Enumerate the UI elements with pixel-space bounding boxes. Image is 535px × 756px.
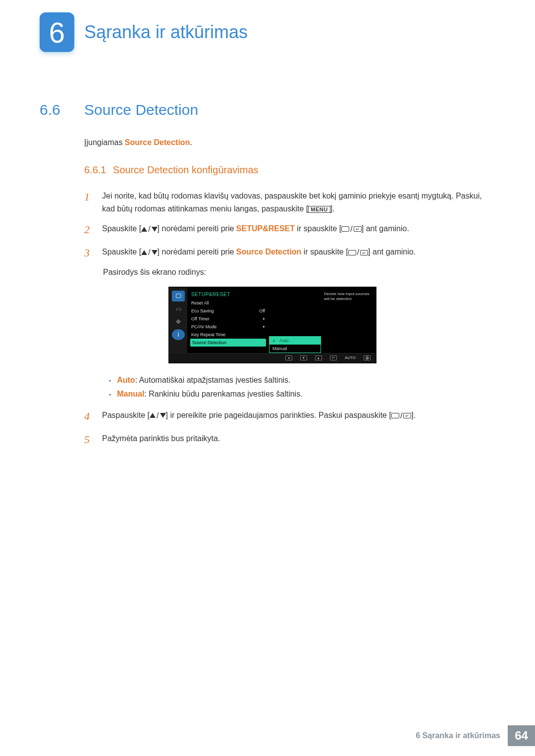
step-3-number: 3 <box>84 244 93 261</box>
up-down-icon: / <box>141 223 157 236</box>
section-title: Source Detection <box>84 101 198 118</box>
step-1-line2b: ]. <box>330 204 335 213</box>
osd-title: SETUP&RESET <box>190 290 266 299</box>
step-4-a: Paspauskite [ <box>102 411 150 419</box>
step-1: 1 Jei norite, kad būtų rodomas klavišų v… <box>84 188 495 215</box>
step-2: 2 Spauskite [/] norėdami pereiti prie SE… <box>84 221 495 238</box>
osd-screenshot: 🖵 ▭ ✥ i SETUP&RESET Reset All Eco Saving… <box>168 287 376 363</box>
intro-bold: Source Detection <box>125 138 190 147</box>
footer-page-number: 64 <box>508 725 535 746</box>
up-down-icon: / <box>150 409 165 422</box>
step-2-d: ] ant gaminio. <box>362 224 409 233</box>
step-3-c: ir spauskite [ <box>301 248 348 256</box>
post-step-3-note: Pasirodys šis ekrano rodinys: <box>103 268 495 277</box>
osd-sidebar: 🖵 ▭ ✥ i <box>169 288 187 353</box>
osd-row-timer: Off Timer▸ <box>190 315 266 323</box>
osd-row-eco: Eco SavingOff <box>190 307 266 315</box>
section-number: 6.6 <box>40 101 69 118</box>
step-2-c: ir spauskite [ <box>295 224 341 233</box>
step-5-text: Pažymėta parinktis bus pritaikyta. <box>102 431 495 448</box>
bullet-manual-label: Manual <box>117 390 144 398</box>
subsection-title: Source Detection konfigūravimas <box>113 164 258 175</box>
bullet-manual-text: : Rankiniu būdu parenkamas įvesties šalt… <box>144 390 302 398</box>
step-2-number: 2 <box>84 221 93 238</box>
osd-option-auto: Auto <box>269 337 321 345</box>
osd-menu: SETUP&RESET Reset All Eco SavingOff Off … <box>187 288 269 353</box>
osd-row-reset: Reset All <box>190 299 266 307</box>
step-5: 5 Pažymėta parinktis bus pritaikyta. <box>84 431 495 448</box>
bullet-auto-label: Auto <box>117 376 135 384</box>
step-4-number: 4 <box>84 407 93 425</box>
bullet-manual: Manual: Rankiniu būdu parenkamas įvestie… <box>109 390 495 399</box>
chapter-number-badge: 6 <box>40 12 74 52</box>
step-3-a: Spauskite [ <box>102 248 141 256</box>
source-enter-icon: / <box>348 246 368 259</box>
step-1-number: 1 <box>84 188 93 215</box>
option-descriptions: Auto: Automatiškai atpažįstamas įvesties… <box>109 376 495 399</box>
section-heading: 6.6 Source Detection <box>40 101 495 118</box>
intro-suffix: . <box>190 138 192 147</box>
step-4: 4 Paspauskite [/] ir pereikite prie page… <box>84 407 495 425</box>
step-2-b: ] norėdami pereiti prie <box>158 224 236 233</box>
step-2-a: Spauskite [ <box>102 224 141 233</box>
step-3-bold: Source Detection <box>236 248 302 256</box>
osd-option-manual: Manual <box>269 345 321 353</box>
osd-footer-left-icon: ◂ <box>285 355 292 360</box>
step-4-b: ] ir pereikite prie pageidaujamos parink… <box>166 411 391 419</box>
osd-row-pcav: PC/AV Mode▸ <box>190 323 266 331</box>
step-3: 3 Spauskite [/] norėdami pereiti prie So… <box>84 244 495 261</box>
menu-button-icon: MENU <box>308 206 330 213</box>
chapter-header: 6 Sąranka ir atkūrimas <box>40 0 495 52</box>
osd-footer-enter-icon: ↵ <box>330 355 337 360</box>
chapter-title: Sąranka ir atkūrimas <box>84 22 248 43</box>
osd-footer-auto: AUTO <box>345 355 356 360</box>
bullet-auto: Auto: Automatiškai atpažįstamas įvesties… <box>109 376 495 385</box>
step-5-number: 5 <box>84 431 93 448</box>
osd-row-keyrep: Key Repeat Time <box>190 331 266 339</box>
osd-display-icon: 🖵 <box>172 291 185 302</box>
osd-footer: ◂ ▾ ▴ ↵ AUTO ⏻ <box>169 353 375 362</box>
step-2-bold: SETUP&RESET <box>236 224 295 233</box>
osd-footer-power-icon: ⏻ <box>364 355 371 360</box>
subsection-number: 6.6.1 <box>84 164 106 175</box>
source-enter-icon: / <box>341 223 361 236</box>
intro-prefix: Įjungiamas <box>84 138 125 147</box>
subsection-heading: 6.6.1 Source Detection konfigūravimas <box>84 164 495 176</box>
osd-picture-icon: ▭ <box>172 303 185 314</box>
step-3-b: ] norėdami pereiti prie <box>158 248 236 256</box>
osd-footer-up-icon: ▴ <box>315 355 322 360</box>
bullet-auto-text: : Automatiškai atpažįstamas įvesties šal… <box>135 376 291 384</box>
intro-line: Įjungiamas Source Detection. <box>84 138 495 147</box>
osd-move-icon: ✥ <box>172 316 185 327</box>
footer-text: 6 Sąranka ir atkūrimas <box>416 731 508 740</box>
step-4-c: ]. <box>411 411 416 419</box>
page-footer: 6 Sąranka ir atkūrimas 64 <box>416 725 535 746</box>
osd-row-srcdet: Source Detection <box>190 339 266 347</box>
step-3-d: ] ant gaminio. <box>368 248 416 256</box>
osd-help-text: Decide how input sources will be detecte… <box>321 288 375 353</box>
osd-submenu: Auto Manual <box>269 288 321 353</box>
up-down-icon: / <box>141 246 157 259</box>
osd-footer-down-icon: ▾ <box>300 355 307 360</box>
step-1-line1: Jei norite, kad būtų rodomas klavišų vad… <box>102 192 454 200</box>
osd-info-icon: i <box>172 329 185 340</box>
source-enter-icon: / <box>391 409 411 422</box>
